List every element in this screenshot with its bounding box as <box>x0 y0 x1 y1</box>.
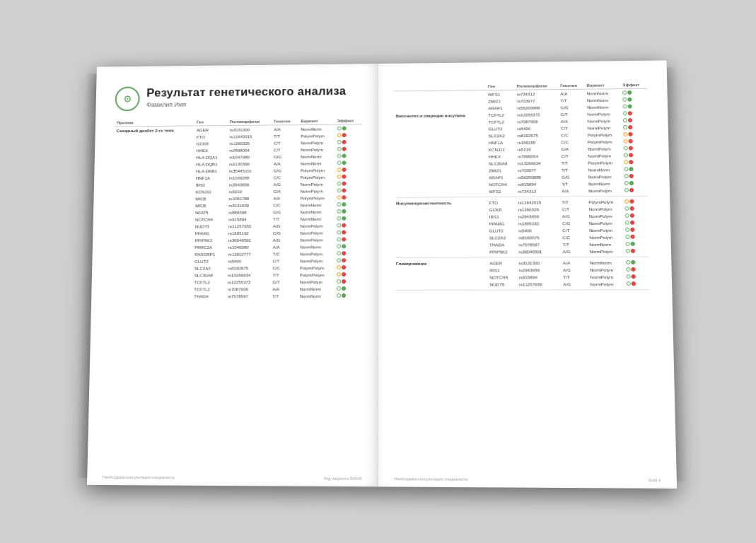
book: ⚙ Результат генетического анализа Фамили… <box>86 60 676 489</box>
trait-label <box>111 272 192 279</box>
gene-cell: MICB <box>193 202 226 209</box>
poly-cell: rs734312 <box>514 90 558 98</box>
gene-cell: TCF7L2 <box>192 279 226 286</box>
og-dot <box>337 244 341 248</box>
variant-cell: NormPolym <box>586 152 622 159</box>
og-dot <box>624 146 628 151</box>
logo-circle: ⚙ <box>115 86 139 111</box>
effect-cell <box>335 194 362 201</box>
gene-cell: TCF7L2 <box>486 118 515 125</box>
category-cell <box>393 248 487 255</box>
gene-cell: WFS1 <box>486 90 515 98</box>
table-row: THADArs7578597T/TNormNorm <box>110 292 361 300</box>
variant-cell: NormPolym <box>587 247 624 255</box>
r-dot <box>630 221 634 225</box>
g-dot <box>342 293 346 298</box>
genotype-cell: C/T <box>270 257 297 264</box>
effect-cell <box>622 212 649 219</box>
variant-cell: PolymPolym <box>585 138 621 145</box>
poly-cell: rs5400 <box>226 257 270 264</box>
og-dot <box>337 202 341 206</box>
effect-cell <box>623 240 651 247</box>
gene-cell: GLUT2 <box>192 257 226 264</box>
poly-cell: rs2943656 <box>516 266 561 273</box>
category-cell: Гликирование <box>393 259 487 267</box>
gene-cell: IRS1 <box>193 181 226 188</box>
or-dot <box>337 272 341 276</box>
variant-cell: NormPolym <box>298 139 335 146</box>
genotype-cell: T/T <box>559 180 586 187</box>
poly-cell: rs5400 <box>516 226 559 233</box>
poly-cell: rs169288 <box>515 139 559 146</box>
poly-cell: rs13266634 <box>515 159 559 166</box>
variant-cell: NormPolym <box>298 257 335 264</box>
col-poly: Полиморфизм <box>227 118 272 126</box>
g-dot <box>342 244 346 248</box>
category-cell <box>394 281 488 288</box>
effect-cell <box>335 235 362 243</box>
og-dot <box>337 258 341 262</box>
effect-cell <box>620 96 647 103</box>
variant-cell: NormNorm <box>298 243 335 250</box>
variant-cell: PolymPolym <box>298 173 335 180</box>
genotype-cell: G/T <box>270 278 298 285</box>
table-row: TCF7L2rs7087006A/ANormNorm <box>110 285 361 293</box>
r-dot <box>629 174 633 178</box>
og-dot <box>337 251 341 255</box>
poly-cell: rs1051788 <box>226 194 271 202</box>
effect-cell <box>335 187 362 194</box>
r-dot <box>629 199 634 204</box>
effect-cell <box>621 131 648 138</box>
og-dot <box>624 181 629 185</box>
poly-cell: rs1046080 <box>226 243 270 250</box>
poly-cell: rs3131300 <box>516 259 561 266</box>
variant-cell: NormNorm <box>298 153 335 160</box>
effect-cell <box>622 187 649 194</box>
poly-cell: rs7898054 <box>515 152 559 159</box>
og-dot <box>337 209 341 214</box>
variant-cell: NormNorm <box>586 165 622 173</box>
effect-cell <box>335 229 362 236</box>
trait-label <box>112 188 193 195</box>
genotype-cell: T/T <box>559 198 586 205</box>
effect-cell <box>335 201 362 208</box>
g-dot <box>342 216 346 221</box>
og-dot <box>337 279 341 284</box>
og-dot <box>624 167 628 171</box>
poly-cell: rs915894 <box>516 273 561 280</box>
gene-cell: HHEX <box>486 153 515 160</box>
variant-cell: PolymPolym <box>585 131 621 138</box>
variant-cell: NormPolym <box>298 236 335 243</box>
g-dot <box>342 127 346 131</box>
g-dot <box>627 90 632 95</box>
gene-cell: PRRC2A <box>192 243 226 250</box>
effect-cell <box>621 138 648 145</box>
og-dot <box>337 216 341 221</box>
genotype-cell: G/A <box>559 145 586 152</box>
genotype-cell: A/A <box>271 160 298 167</box>
og-dot <box>626 274 630 279</box>
gene-cell: NOTCH4 <box>487 180 516 187</box>
effect-cell <box>335 124 361 132</box>
right-footer-note: Необходима консультация специалиста <box>394 477 467 481</box>
effect-cell <box>335 152 362 159</box>
patient-name: Фамилия Имя <box>146 100 345 108</box>
poly-cell: rs12255372 <box>514 110 558 117</box>
effect-cell <box>335 159 362 166</box>
left-footer-code: Код пациента BA345 <box>324 477 362 481</box>
variant-cell: NormPolym <box>586 187 622 194</box>
g-dot <box>342 209 346 214</box>
gene-cell: SLC2A2 <box>486 132 515 139</box>
genotype-cell: T/T <box>559 159 586 166</box>
og-dot <box>625 242 629 246</box>
gene-cell: RASGRP1 <box>192 250 226 257</box>
page-left: ⚙ Результат генетического анализа Фамили… <box>86 64 378 486</box>
genotype-cell: G/T <box>558 110 585 117</box>
variant-cell: NormNorm <box>586 180 622 187</box>
genotype-cell: A/A <box>559 187 586 194</box>
genotype-cell: C/C <box>559 131 586 138</box>
category-cell <box>393 206 487 214</box>
og-dot <box>337 238 341 242</box>
genotype-cell: T/T <box>270 292 298 299</box>
effect-cell <box>335 278 362 285</box>
